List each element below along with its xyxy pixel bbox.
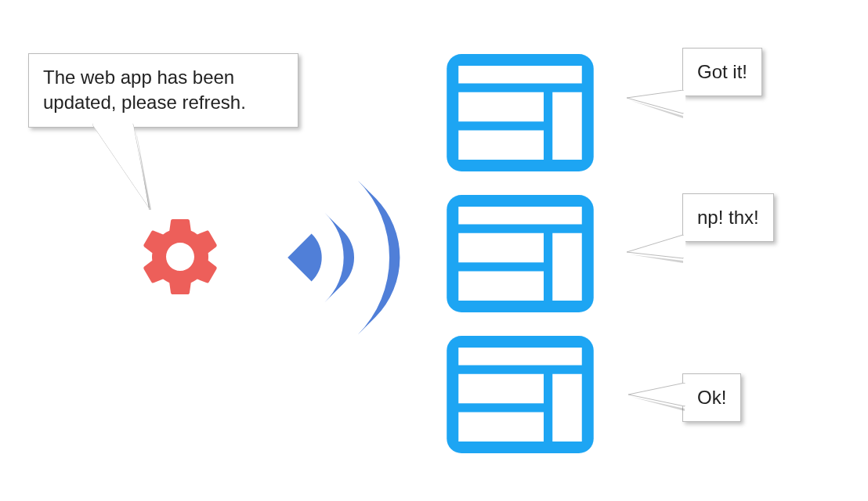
svg-rect-10 — [458, 207, 582, 225]
svg-rect-16 — [458, 374, 544, 404]
svg-rect-6 — [458, 92, 544, 122]
broadcast-icon — [276, 168, 425, 348]
svg-marker-22 — [627, 235, 683, 258]
client-response-bubble: Ok! — [682, 373, 741, 422]
speech-tail-icon — [625, 235, 688, 282]
speech-tail-icon — [92, 123, 163, 217]
svg-rect-18 — [552, 374, 582, 442]
speech-tail-icon — [627, 383, 689, 430]
service-worker-speech-bubble: The web app has been updated, please ref… — [28, 53, 298, 128]
svg-rect-12 — [458, 272, 544, 301]
svg-rect-7 — [458, 131, 544, 160]
client-response-text: Got it! — [697, 61, 747, 82]
app-window-icon — [446, 54, 595, 171]
gear-icon — [133, 210, 227, 304]
svg-rect-11 — [458, 233, 544, 263]
client-response-text: Ok! — [697, 387, 726, 408]
client-response-bubble: np! thx! — [682, 193, 774, 242]
client-response-text: np! thx! — [697, 207, 759, 228]
svg-rect-13 — [552, 233, 582, 301]
svg-rect-15 — [458, 348, 582, 366]
svg-rect-17 — [458, 413, 544, 442]
service-worker-message: The web app has been updated, please ref… — [43, 67, 246, 113]
svg-rect-5 — [458, 66, 582, 84]
svg-rect-8 — [552, 92, 582, 160]
client-response-bubble: Got it! — [682, 48, 762, 96]
speech-tail-icon — [625, 90, 688, 137]
app-window-icon — [446, 195, 595, 312]
app-window-icon — [446, 336, 595, 453]
